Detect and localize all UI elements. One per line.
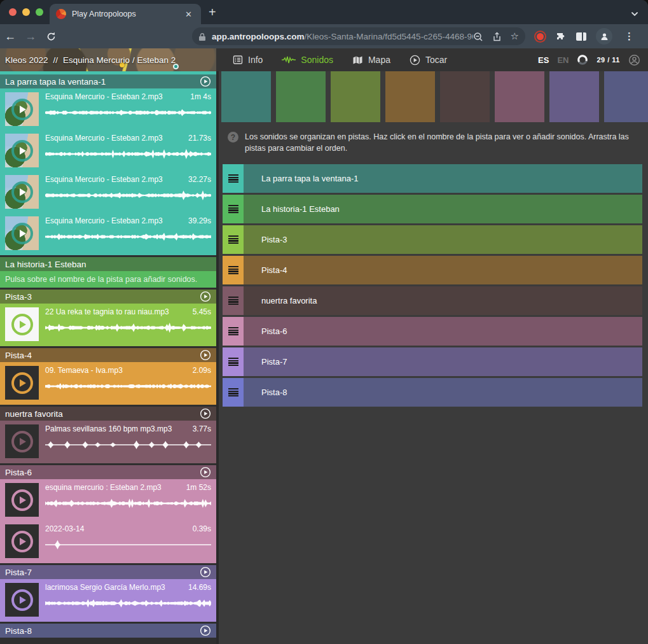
extensions-puzzle-icon[interactable]	[556, 31, 567, 42]
minimize-window-button[interactable]	[22, 8, 30, 16]
clip-play-icon[interactable]	[11, 181, 33, 203]
profile-avatar[interactable]	[596, 28, 612, 45]
nav-tab-info[interactable]: Info	[228, 55, 268, 65]
clip-play-icon[interactable]	[11, 314, 33, 335]
clip-thumbnail[interactable]	[5, 307, 39, 341]
track-row[interactable]: La historia-1 Esteban	[223, 195, 642, 223]
track-drag-handle[interactable]	[223, 378, 244, 407]
waveform	[45, 106, 211, 120]
clip-play-icon[interactable]	[11, 99, 33, 120]
track-row-body[interactable]: Pista-6	[244, 317, 642, 346]
browser-menu-icon[interactable]: ⋮	[622, 31, 637, 42]
track-row-body[interactable]: La parra tapa la ventana-1	[244, 164, 642, 193]
play-track-icon[interactable]	[200, 408, 211, 419]
back-button[interactable]: ←	[0, 30, 20, 43]
address-bar[interactable]: app.antropoloops.com/Kleos-Santa-Marina/…	[192, 27, 525, 45]
audio-clip[interactable]: lacrimosa Sergio García Merlo.mp314.69s	[0, 579, 216, 620]
audio-clip[interactable]: Esquina Mercurio - Esteban 2.mp321.73s	[0, 130, 216, 171]
track-drag-handle[interactable]	[223, 256, 244, 284]
lang-toggle-es[interactable]: ES	[538, 55, 549, 65]
play-track-icon[interactable]	[200, 566, 211, 578]
sidebar-track-header[interactable]: Pista-6	[0, 465, 216, 479]
bookmark-star-icon[interactable]: ☆	[511, 31, 519, 42]
lock-icon[interactable]	[198, 31, 206, 42]
account-icon[interactable]	[628, 54, 640, 66]
track-row[interactable]: Pista-8	[223, 378, 642, 407]
track-row[interactable]: Pista-3	[223, 225, 642, 254]
audio-clip[interactable]: Esquina Mercurio - Esteban 2.mp332.27s	[0, 171, 216, 213]
recording-indicator-icon[interactable]	[537, 33, 544, 40]
clip-play-icon[interactable]	[11, 140, 33, 162]
track-drag-handle[interactable]	[223, 347, 244, 376]
audio-clip[interactable]: 09. Temaeva - Iva.mp32.09s	[0, 362, 216, 403]
sidebar-track-header[interactable]: Pista-4	[0, 348, 216, 362]
tab-close-icon[interactable]: ✕	[183, 8, 195, 20]
browser-tab[interactable]: Play Antropoloops ✕	[50, 4, 201, 24]
audio-clip[interactable]: Esquina Mercurio - Esteban 2.mp339.29s	[0, 213, 216, 254]
clip-thumbnail[interactable]	[5, 366, 39, 400]
sidebar-track-header[interactable]: La historia-1 Esteban	[0, 257, 216, 271]
nav-tab-tocar[interactable]: Tocar	[404, 55, 452, 66]
clip-thumbnail[interactable]	[5, 134, 39, 167]
breadcrumb-project[interactable]: Kleos 2022	[5, 55, 48, 65]
forward-button[interactable]: →	[20, 30, 41, 43]
sidebar-track-header[interactable]: Pista-8	[0, 624, 216, 638]
clip-thumbnail[interactable]	[5, 92, 39, 126]
nav-tab-sonidos[interactable]: Sonidos	[277, 55, 338, 65]
track-row[interactable]: nuertra favorita	[223, 286, 642, 315]
clip-thumbnail[interactable]	[5, 216, 39, 250]
new-tab-button[interactable]: +	[209, 6, 216, 18]
track-row-body[interactable]: Pista-3	[244, 225, 642, 254]
track-row-body[interactable]: Pista-4	[244, 256, 642, 284]
track-row[interactable]: La parra tapa la ventana-1	[223, 164, 642, 193]
play-track-icon[interactable]	[200, 349, 211, 361]
sidebar-track-header[interactable]: La parra tapa la ventana-1	[0, 74, 216, 88]
clip-thumbnail[interactable]	[5, 483, 39, 517]
sidebar-track-header[interactable]: Pista-3	[0, 290, 216, 304]
fullscreen-window-button[interactable]	[36, 8, 43, 16]
clip-thumbnail[interactable]	[5, 175, 39, 209]
track-row[interactable]: Pista-6	[223, 317, 642, 346]
zoom-out-icon[interactable]	[473, 31, 483, 42]
track-row-body[interactable]: Pista-7	[244, 347, 642, 376]
track-drag-handle[interactable]	[223, 195, 244, 223]
track-row-body[interactable]: Pista-8	[244, 378, 642, 407]
track-drag-handle[interactable]	[223, 286, 244, 315]
clip-play-icon[interactable]	[11, 589, 33, 611]
clip-play-icon[interactable]	[11, 531, 33, 552]
audio-clip[interactable]: Esquina Mercurio - Esteban 2.mp31m 4s	[0, 88, 216, 130]
audio-clip[interactable]: Palmas sevillanas 160 bpm mp3.mp33.77s	[0, 421, 216, 462]
clip-play-icon[interactable]	[11, 223, 33, 244]
clip-thumbnail[interactable]	[5, 524, 39, 558]
reload-button[interactable]	[41, 30, 61, 43]
audio-clip[interactable]: esquina mercurio : Esteban 2.mp31m 52s	[0, 479, 216, 521]
play-track-icon[interactable]	[200, 466, 211, 478]
track-drag-handle[interactable]	[223, 225, 244, 254]
lang-toggle-en[interactable]: EN	[557, 55, 569, 65]
track-drag-handle[interactable]	[223, 164, 244, 193]
track-row-body[interactable]: nuertra favorita	[244, 286, 642, 315]
clip-thumbnail[interactable]	[5, 583, 39, 617]
clip-thumbnail[interactable]	[5, 424, 39, 458]
track-row[interactable]: Pista-7	[223, 347, 642, 376]
sidebar-track-header[interactable]: Pista-7	[0, 565, 216, 579]
audio-clip[interactable]: 22 Ua reka te tagnia to rau niau.mp35.45…	[0, 304, 216, 345]
nav-tab-mapa[interactable]: Mapa	[347, 55, 396, 65]
track-row-body[interactable]: La historia-1 Esteban	[244, 195, 642, 223]
play-track-icon[interactable]	[200, 76, 211, 87]
track-row[interactable]: Pista-4	[223, 256, 642, 284]
tab-search-chevron-icon[interactable]	[630, 8, 639, 19]
close-window-button[interactable]	[9, 8, 17, 16]
clip-play-icon[interactable]	[11, 431, 33, 452]
clip-play-icon[interactable]	[11, 489, 33, 511]
map-thumbnail[interactable]: Kleos 2022 // Esquina Mercurio / Esteban…	[0, 48, 216, 71]
side-panel-icon[interactable]	[576, 32, 586, 41]
clip-play-icon[interactable]	[11, 372, 33, 394]
track-drag-handle[interactable]	[223, 317, 244, 346]
sidebar-track-header[interactable]: nuertra favorita	[0, 407, 216, 421]
play-track-icon[interactable]	[200, 291, 211, 302]
track-color-swatch	[276, 71, 326, 122]
share-icon[interactable]	[492, 31, 502, 42]
play-track-icon[interactable]	[200, 625, 211, 636]
audio-clip[interactable]: 2022-03-140.39s	[0, 521, 216, 562]
